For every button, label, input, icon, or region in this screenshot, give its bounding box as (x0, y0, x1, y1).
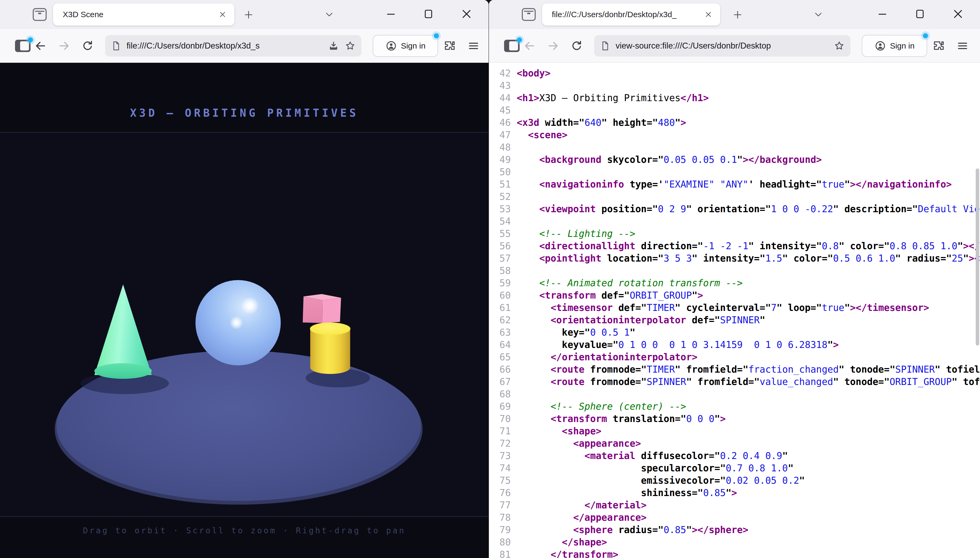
source-line: 62 <orientationinterpolator def="SPINNER… (491, 314, 976, 326)
source-line: 69 <!-- Sphere (center) --> (491, 400, 976, 413)
tab-title-fade (684, 5, 702, 25)
scene-hint: Drag to orbit · Scroll to zoom · Right-d… (0, 526, 489, 535)
menu-button[interactable] (467, 39, 480, 52)
notification-dot (517, 37, 522, 43)
sign-in-label: Sign in (890, 41, 915, 51)
source-line: 48 (491, 141, 976, 153)
tab-list-chevron-icon[interactable] (324, 11, 334, 19)
source-line: 65 </orientationinterpolator> (491, 351, 976, 363)
sidebar-toggle-icon[interactable] (504, 40, 520, 52)
firefox-view-icon[interactable] (33, 8, 47, 21)
source-line: 79 <sphere radius="0.85"></sphere> (491, 524, 976, 536)
extensions-icon[interactable] (932, 39, 945, 52)
view-source-page: 42<body>4344<h1>X3D — Orbiting Primitive… (489, 63, 980, 558)
extensions-icon[interactable] (443, 39, 456, 52)
source-line: 61 <timesensor def="TIMER" cycleinterval… (491, 302, 976, 314)
tab-close-icon[interactable] (704, 10, 713, 19)
notification-dot (434, 33, 439, 38)
source-line: 64 keyvalue="0 1 0 0 0 1 0 3.14159 0 1 0… (491, 338, 976, 351)
source-line: 67 <route fromnode="SPINNER" fromfield="… (491, 376, 976, 388)
sign-in-button[interactable]: Sign in (862, 35, 927, 57)
source-line: 78 </appearance> (491, 511, 976, 524)
source-line: 81 </transform> (491, 548, 976, 558)
back-button[interactable] (523, 39, 536, 52)
source-line: 72 <appearance> (491, 437, 976, 450)
cylinder-shape (310, 322, 351, 380)
page-icon (111, 41, 121, 51)
reload-button[interactable] (81, 39, 94, 52)
navigation-toolbar: file:///C:/Users/donbr/Desktop/x3d_s Sig… (0, 29, 489, 62)
source-line: 74 specularcolor="0.7 0.8 1.0" (491, 462, 976, 474)
close-button[interactable] (460, 8, 473, 20)
tab-close-icon[interactable] (218, 10, 227, 19)
url-input[interactable]: view-source:file:///C:/Users/donbr/Deskt… (616, 41, 771, 51)
source-line: 44<h1>X3D — Orbiting Primitives</h1> (491, 92, 976, 104)
source-line: 68 (491, 388, 976, 400)
source-line: 47 <scene> (491, 129, 976, 141)
url-bar[interactable]: file:///C:/Users/donbr/Desktop/x3d_s (105, 35, 362, 57)
source-line: 46<x3d width="640" height="480"> (491, 117, 976, 129)
cone-shape (94, 284, 152, 379)
close-button[interactable] (952, 8, 964, 20)
sidebar-toggle-icon[interactable] (15, 40, 31, 52)
tab-title: file:///C:/Users/donbr/Desktop/x3d_ (552, 10, 702, 19)
scrollbar-thumb[interactable] (976, 169, 979, 346)
download-icon[interactable] (328, 41, 339, 51)
browser-tab[interactable]: file:///C:/Users/donbr/Desktop/x3d_ (542, 3, 720, 25)
forward-button[interactable] (58, 39, 71, 52)
source-line: 45 (491, 104, 976, 117)
source-line: 73 <material diffusecolor="0.2 0.4 0.9" (491, 450, 976, 462)
tab-list-chevron-icon[interactable] (813, 11, 823, 19)
minimize-button[interactable] (876, 8, 889, 20)
source-line: 49 <background skycolor="0.05 0.05 0.1">… (491, 153, 976, 166)
page-title: X3D — ORBITING PRIMITIVES (0, 107, 489, 119)
source-line: 59 <!-- Animated rotation transform --> (491, 277, 976, 289)
url-bar[interactable]: view-source:file:///C:/Users/donbr/Deskt… (594, 35, 851, 57)
tab-title: X3D Scene (63, 10, 216, 19)
sign-in-button[interactable]: Sign in (373, 35, 438, 57)
source-line: 54 (491, 215, 976, 228)
source-line: 70 <transform translation="0 0 0"> (491, 413, 976, 425)
url-fade (300, 40, 322, 52)
source-line: 66 <route fromnode="TIMER" fromfield="fr… (491, 363, 976, 376)
tab-bar: file:///C:/Users/donbr/Desktop/x3d_ (489, 0, 980, 29)
maximize-button[interactable] (913, 8, 926, 20)
box-shape (302, 293, 342, 324)
source-line: 60 <transform def="ORBIT_GROUP"> (491, 289, 976, 302)
notification-dot (28, 37, 33, 43)
firefox-view-icon[interactable] (522, 8, 536, 21)
source-line: 77 </material> (491, 499, 976, 511)
source-line: 50 (491, 166, 976, 178)
minimize-button[interactable] (384, 8, 398, 20)
new-tab-button[interactable] (733, 10, 743, 20)
source-line: 55 <!-- Lighting --> (491, 228, 976, 240)
x3d-scene-page: X3D — ORBITING PRIMITIVES Drag to orbit … (0, 63, 489, 558)
browser-window-left: X3D Scene file:///C:/Users/donbr/Desktop… (0, 0, 489, 558)
source-code: 42<body>4344<h1>X3D — Orbiting Primitive… (491, 67, 976, 558)
browser-tab[interactable]: X3D Scene (53, 3, 234, 25)
source-line: 56 <directionallight direction="-1 -2 -1… (491, 240, 976, 252)
source-line: 57 <pointlight location="3 5 3" intensit… (491, 252, 976, 264)
maximize-button[interactable] (422, 8, 435, 20)
source-line: 53 <viewpoint position="0 2 9" orientati… (491, 203, 976, 215)
url-input[interactable]: file:///C:/Users/donbr/Desktop/x3d_s (126, 41, 260, 51)
new-tab-button[interactable] (244, 10, 254, 20)
x3d-canvas[interactable] (0, 132, 489, 517)
source-line: 52 (491, 190, 976, 203)
reload-button[interactable] (570, 39, 583, 52)
bookmark-star-icon[interactable] (834, 41, 844, 51)
browser-window-right: file:///C:/Users/donbr/Desktop/x3d_ view… (489, 0, 980, 558)
navigation-toolbar: view-source:file:///C:/Users/donbr/Deskt… (489, 29, 980, 62)
bookmark-star-icon[interactable] (345, 41, 355, 51)
forward-button[interactable] (547, 39, 560, 52)
page-icon (600, 41, 610, 51)
account-icon (385, 40, 397, 52)
back-button[interactable] (34, 39, 47, 52)
menu-button[interactable] (956, 39, 969, 52)
sphere-shape (195, 280, 281, 365)
source-line: 80 </shape> (491, 536, 976, 548)
source-line: 76 shininess="0.85"> (491, 487, 976, 499)
url-fade (805, 40, 828, 52)
source-line: 42<body> (491, 67, 976, 79)
source-line: 58 (491, 264, 976, 277)
